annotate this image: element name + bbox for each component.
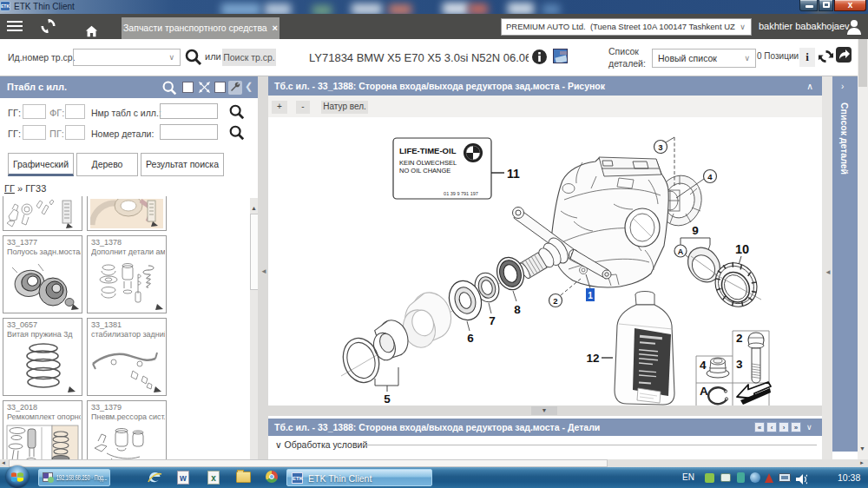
- svg-text:10: 10: [735, 242, 749, 256]
- svg-text:7: 7: [489, 314, 496, 327]
- svg-text:3: 3: [658, 142, 662, 152]
- svg-text:NO OIL CHANGE: NO OIL CHANGE: [399, 167, 450, 175]
- svg-text:3: 3: [736, 358, 743, 371]
- svg-text:2: 2: [736, 332, 743, 345]
- svg-text:4: 4: [707, 172, 713, 181]
- svg-text:6: 6: [467, 332, 474, 345]
- svg-text:KEIN ÖLWECHSEL: KEIN ÖLWECHSEL: [399, 159, 457, 167]
- svg-text:4: 4: [700, 359, 707, 372]
- svg-text:A: A: [700, 385, 708, 398]
- svg-text:1: 1: [588, 291, 593, 300]
- svg-text:8: 8: [514, 303, 521, 316]
- svg-text:9: 9: [692, 224, 699, 237]
- svg-text:01 39 9 791 197: 01 39 9 791 197: [444, 191, 478, 196]
- svg-text:LIFE-TIME-OIL: LIFE-TIME-OIL: [399, 146, 457, 155]
- svg-text:A: A: [678, 247, 684, 256]
- svg-text:2: 2: [553, 296, 557, 306]
- svg-text:5: 5: [384, 392, 391, 406]
- svg-text:12: 12: [586, 352, 599, 365]
- svg-text:11: 11: [507, 167, 520, 181]
